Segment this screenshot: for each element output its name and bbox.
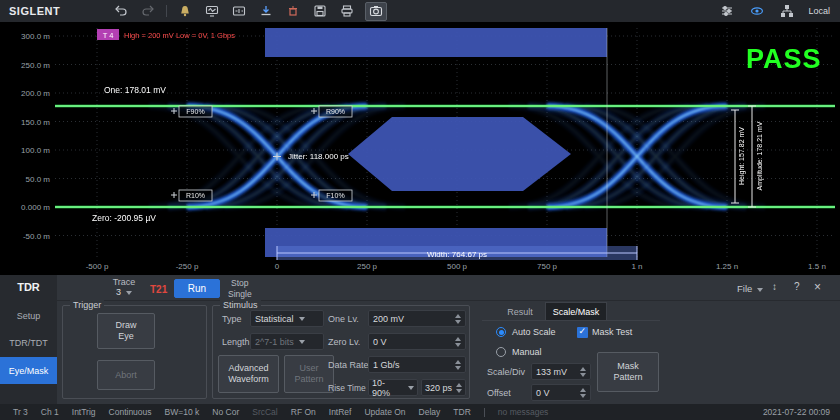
file-menu[interactable]: File — [737, 283, 763, 294]
spinner-icon[interactable] — [451, 360, 461, 370]
abort-button[interactable]: Abort — [97, 360, 155, 390]
tab-separator — [482, 320, 660, 321]
toolbar-icon-group — [112, 2, 387, 21]
type-dropdown[interactable]: Statistical — [250, 310, 324, 327]
status-bandwidth[interactable]: BW=10 k — [165, 407, 200, 417]
tab-result[interactable]: Result — [497, 302, 543, 321]
chevron-down-icon — [299, 340, 305, 344]
width-readout: Width: 764.67 ps — [427, 250, 487, 259]
svg-text:500 p: 500 p — [447, 262, 468, 271]
svg-text:1.5 n: 1.5 n — [808, 262, 826, 271]
sidebar-tab-tdrtdt[interactable]: TDR/TDT — [0, 330, 57, 356]
svg-text:1 n: 1 n — [631, 262, 642, 271]
svg-text:250 p: 250 p — [357, 262, 378, 271]
status-divider — [484, 408, 485, 417]
counter-icon[interactable] — [230, 2, 248, 20]
trigger-group-title: Trigger — [70, 300, 104, 310]
draw-eye-button[interactable]: Draw Eye — [97, 313, 155, 349]
height-readout: Height: 157.82 mV — [738, 127, 746, 185]
data-rate-label: Data Rate — [328, 360, 369, 370]
help-icon[interactable]: ? — [794, 281, 800, 292]
screenshot-camera-icon[interactable] — [365, 2, 387, 21]
mask-test-checkbox[interactable] — [577, 327, 588, 338]
status-mode[interactable]: TDR — [453, 407, 470, 417]
jitter-readout: Jitter: 118.000 ps — [288, 152, 349, 161]
spinner-icon[interactable] — [451, 337, 461, 347]
top-toolbar: SIGLENT Local — [0, 0, 840, 22]
advanced-waveform-button[interactable]: Advanced Waveform — [218, 355, 279, 393]
touch-eye-icon[interactable] — [748, 2, 766, 20]
sidebar-tab-eyemask[interactable]: Eye/Mask — [0, 357, 57, 384]
run-button[interactable]: Run — [174, 279, 220, 298]
auto-scale-radio[interactable] — [496, 327, 506, 337]
rise-time-dropdown[interactable]: 10-90% — [368, 379, 418, 396]
status-datetime: 2021-07-22 00:09 — [763, 407, 830, 417]
trace-selector-label: Trace — [103, 277, 145, 287]
status-rf[interactable]: RF On — [291, 407, 316, 417]
one-level-readout: One: 178.01 mV — [104, 85, 166, 95]
mask-pattern-button[interactable]: Mask Pattern — [597, 352, 659, 392]
one-level-label: One Lv. — [328, 314, 359, 324]
selfcal-bell-icon[interactable] — [176, 2, 194, 20]
save-waveform-icon[interactable] — [257, 2, 275, 20]
chevron-down-icon — [126, 291, 132, 295]
rise-time-field[interactable]: 320 ps — [421, 379, 466, 396]
tab-scale-mask[interactable]: Scale/Mask — [545, 302, 607, 321]
status-message: no messages — [498, 407, 549, 417]
mask-test-label: Mask Test — [592, 327, 632, 337]
scale-div-field[interactable]: 133 mV — [531, 363, 591, 380]
type-label: Type — [222, 314, 242, 324]
toprow-separator — [57, 300, 840, 301]
zero-level-field[interactable]: 0 V — [368, 333, 466, 350]
mask-top-rect — [265, 28, 607, 57]
length-label: Length — [222, 337, 250, 347]
mixer-icon[interactable] — [718, 2, 736, 20]
one-level-field[interactable]: 200 mV — [368, 310, 466, 327]
offset-field[interactable]: 0 V — [531, 384, 591, 401]
status-channel[interactable]: Ch 1 — [41, 407, 59, 417]
local-remote-label[interactable]: Local — [808, 6, 830, 16]
status-trace[interactable]: Tr 3 — [13, 407, 28, 417]
chevron-down-icon — [299, 317, 305, 321]
status-sweep[interactable]: Continuous — [109, 407, 152, 417]
length-dropdown[interactable]: 2^7-1 bits — [250, 333, 324, 350]
print-icon[interactable] — [338, 2, 356, 20]
spinner-icon[interactable] — [576, 388, 586, 398]
trace-badge: T 4 — [103, 31, 114, 40]
auto-scale-label: Auto Scale — [512, 327, 556, 337]
trace-selector[interactable]: Trace 3 — [103, 277, 145, 297]
svg-text:300.0 m: 300.0 m — [21, 32, 50, 41]
trace-channel-label: T21 — [150, 284, 167, 295]
user-pattern-button[interactable]: User Pattern — [284, 355, 334, 393]
status-bar: Tr 3 Ch 1 IntTrig Continuous BW=10 k No … — [0, 404, 840, 420]
svg-text:250.0 m: 250.0 m — [21, 61, 50, 70]
marker-f90: F90% — [186, 108, 204, 115]
status-update[interactable]: Update On — [364, 407, 405, 417]
status-ref[interactable]: IntRef — [329, 407, 352, 417]
stop-single-button[interactable]: Stop Single — [228, 278, 252, 299]
scale-div-label: Scale/Div — [487, 367, 525, 377]
discard-icon[interactable] — [284, 2, 302, 20]
spinner-icon[interactable] — [576, 367, 586, 377]
spinner-icon[interactable] — [452, 383, 462, 393]
status-correction[interactable]: No Cor — [212, 407, 239, 417]
save-icon[interactable] — [311, 2, 329, 20]
expand-collapse-icon[interactable]: ↕ — [772, 281, 777, 292]
lan-icon[interactable] — [778, 2, 796, 20]
sidebar-tab-setup[interactable]: Setup — [0, 303, 57, 329]
manual-radio[interactable] — [496, 347, 506, 357]
close-icon[interactable]: × — [814, 280, 821, 294]
spinner-icon[interactable] — [451, 314, 461, 324]
eye-diagram-plot: 300.0 m 250.0 m 200.0 m 150.0 m 100.0 m … — [0, 22, 840, 275]
svg-text:200.0 m: 200.0 m — [21, 89, 50, 98]
svg-text:0.000 m: 0.000 m — [21, 203, 50, 212]
stimulus-group-title: Stimulus — [220, 300, 261, 310]
display-icon[interactable] — [203, 2, 221, 20]
svg-text:750 p: 750 p — [537, 262, 558, 271]
svg-text:50.0 m: 50.0 m — [26, 175, 51, 184]
status-trigger[interactable]: IntTrig — [72, 407, 96, 417]
data-rate-field[interactable]: 1 Gb/s — [368, 356, 466, 373]
undo-icon[interactable] — [112, 2, 130, 20]
redo-icon[interactable] — [139, 2, 157, 20]
status-delay[interactable]: Delay — [419, 407, 441, 417]
